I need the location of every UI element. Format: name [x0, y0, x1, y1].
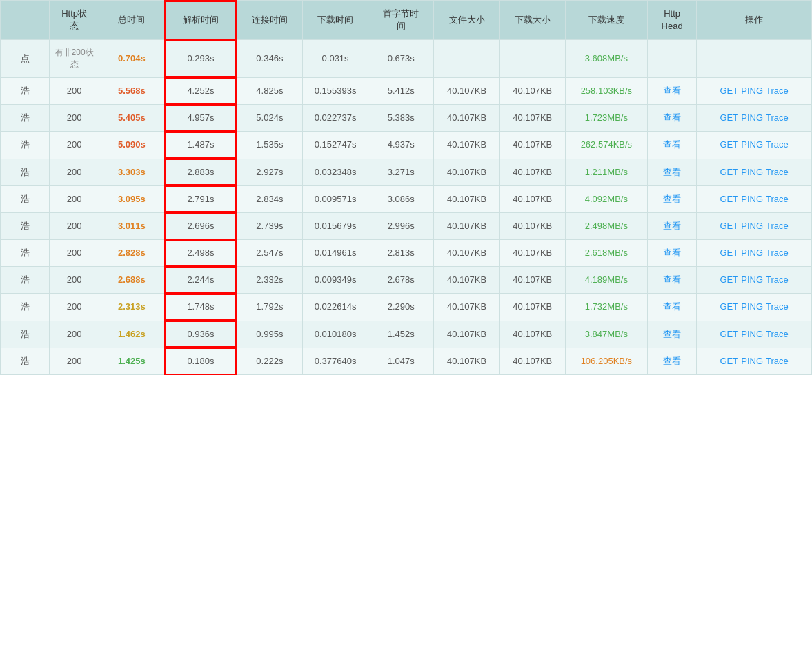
action-get-button[interactable]: GET	[720, 112, 739, 123]
download-size-cell: 40.107KB	[499, 267, 565, 294]
view-link[interactable]: 查看	[663, 274, 681, 285]
action-get-button[interactable]: GET	[720, 85, 739, 96]
download-time-cell: 0.155393s	[302, 77, 368, 104]
http-state-cell: 200	[50, 348, 99, 374]
total-time-cell: 1.462s	[99, 321, 164, 348]
total-time-cell: 5.568s	[99, 77, 164, 104]
first-byte-cell: 1.452s	[368, 321, 434, 348]
file-size-cell: 40.107KB	[434, 212, 499, 239]
download-time-cell: 0.152747s	[302, 132, 368, 159]
http-state-cell: 200	[50, 132, 99, 159]
action-trace-button[interactable]: Trace	[766, 301, 789, 312]
action-ping-button[interactable]: PING	[741, 274, 763, 285]
download-size-cell: 40.107KB	[499, 77, 565, 104]
file-size-cell: 40.107KB	[434, 159, 499, 185]
action-ping-button[interactable]: PING	[741, 301, 763, 312]
action-ping-button[interactable]: PING	[741, 356, 763, 366]
view-link[interactable]: 查看	[663, 329, 681, 339]
http-head-cell: 查看	[647, 212, 696, 239]
view-link[interactable]: 查看	[663, 221, 681, 231]
action-ping-button[interactable]: PING	[741, 167, 763, 177]
table-row: 浩2005.090s1.487s1.535s0.152747s4.937s40.…	[1, 132, 812, 159]
table-row: 浩2001.462s0.936s0.995s0.010180s1.452s40.…	[1, 321, 812, 348]
total-time-cell: 3.011s	[99, 212, 164, 239]
download-size-cell: 40.107KB	[499, 159, 565, 185]
total-time-cell: 2.313s	[99, 294, 164, 321]
row-prefix: 浩	[1, 212, 50, 239]
action-trace-button[interactable]: Trace	[766, 329, 789, 339]
first-byte-cell: 2.996s	[368, 212, 434, 239]
download-speed-cell: 2.498MB/s	[565, 212, 647, 239]
http-head-cell: 查看	[647, 132, 696, 159]
action-get-button[interactable]: GET	[720, 194, 739, 204]
action-ping-button[interactable]: PING	[741, 139, 763, 150]
first-byte-cell: 5.412s	[368, 77, 434, 104]
file-size-cell: 40.107KB	[434, 321, 499, 348]
action-get-button[interactable]: GET	[720, 139, 739, 150]
total-time-cell: 3.303s	[99, 159, 164, 185]
action-cell: GETPINGTrace	[697, 132, 812, 159]
action-trace-button[interactable]: Trace	[766, 85, 789, 96]
http-head-cell: 查看	[647, 348, 696, 374]
action-cell: GETPINGTrace	[697, 77, 812, 104]
action-get-button[interactable]: GET	[720, 274, 739, 285]
table-row: 浩2001.425s0.180s0.222s0.377640s1.047s40.…	[1, 348, 812, 374]
action-cell: GETPINGTrace	[697, 185, 812, 212]
action-ping-button[interactable]: PING	[741, 85, 763, 96]
action-ping-button[interactable]: PING	[741, 194, 763, 204]
action-get-button[interactable]: GET	[720, 221, 739, 231]
action-get-button[interactable]: GET	[720, 356, 739, 366]
view-link[interactable]: 查看	[663, 356, 681, 366]
http-state-cell: 200	[50, 321, 99, 348]
action-trace-button[interactable]: Trace	[766, 248, 789, 258]
table-row: 浩2003.303s2.883s2.927s0.032348s3.271s40.…	[1, 159, 812, 185]
action-get-button[interactable]: GET	[720, 248, 739, 258]
view-link[interactable]: 查看	[663, 301, 681, 312]
action-get-button[interactable]: GET	[720, 329, 739, 339]
action-get-button[interactable]: GET	[720, 301, 739, 312]
action-trace-button[interactable]: Trace	[766, 221, 789, 231]
action-trace-button[interactable]: Trace	[766, 167, 789, 177]
download-time-cell: 0.022737s	[302, 105, 368, 132]
connect-time-cell: 1.535s	[237, 132, 302, 159]
action-trace-button[interactable]: Trace	[766, 274, 789, 285]
action-ping-button[interactable]: PING	[741, 248, 763, 258]
parse-time-cell: 4.252s	[165, 77, 237, 104]
action-cell	[697, 40, 812, 78]
http-state-cell: 200	[50, 294, 99, 321]
view-link[interactable]: 查看	[663, 248, 681, 258]
first-byte-cell: 3.271s	[368, 159, 434, 185]
action-trace-button[interactable]: Trace	[766, 112, 789, 123]
download-speed-cell: 4.189MB/s	[565, 267, 647, 294]
http-state-cell: 200	[50, 267, 99, 294]
download-size-cell: 40.107KB	[499, 294, 565, 321]
total-time-cell: 2.688s	[99, 267, 164, 294]
action-trace-button[interactable]: Trace	[766, 356, 789, 366]
download-size-cell: 40.107KB	[499, 240, 565, 267]
total-time-cell: 2.828s	[99, 240, 164, 267]
action-ping-button[interactable]: PING	[741, 112, 763, 123]
http-head-cell: 查看	[647, 105, 696, 132]
row-prefix: 点	[1, 40, 50, 78]
file-size-cell: 40.107KB	[434, 185, 499, 212]
view-link[interactable]: 查看	[663, 194, 681, 204]
file-size-cell: 40.107KB	[434, 348, 499, 374]
http-state-cell: 200	[50, 159, 99, 185]
col-header-parse-time: 解析时间	[165, 1, 237, 40]
action-ping-button[interactable]: PING	[741, 221, 763, 231]
table-row: 浩2005.405s4.957s5.024s0.022737s5.383s40.…	[1, 105, 812, 132]
action-trace-button[interactable]: Trace	[766, 139, 789, 150]
view-link[interactable]: 查看	[663, 85, 681, 96]
connect-time-cell: 1.792s	[237, 294, 302, 321]
action-get-button[interactable]: GET	[720, 167, 739, 177]
view-link[interactable]: 查看	[663, 112, 681, 123]
action-trace-button[interactable]: Trace	[766, 194, 789, 204]
view-link[interactable]: 查看	[663, 139, 681, 150]
col-header-total-time: 总时间	[99, 1, 164, 40]
action-cell: GETPINGTrace	[697, 105, 812, 132]
view-link[interactable]: 查看	[663, 167, 681, 177]
col-header-prefix	[1, 1, 50, 40]
row-prefix: 浩	[1, 159, 50, 185]
http-head-cell: 查看	[647, 77, 696, 104]
action-ping-button[interactable]: PING	[741, 329, 763, 339]
